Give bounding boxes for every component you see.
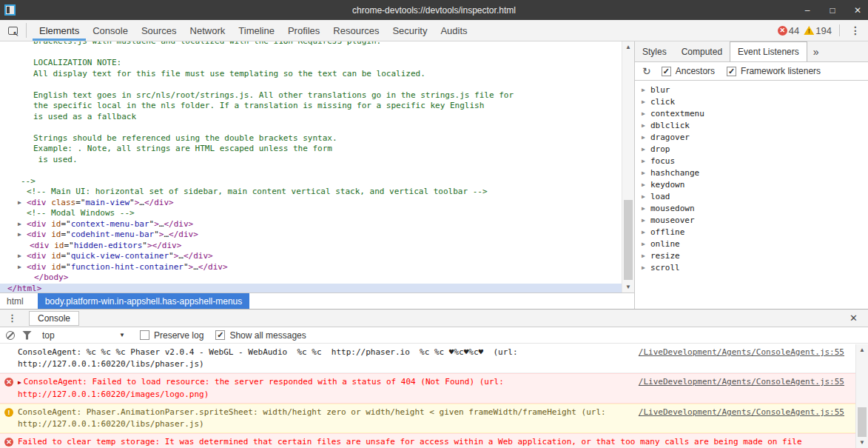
event-listener-scroll[interactable]: ▶scroll <box>635 262 868 274</box>
preserve-log-checkbox[interactable] <box>140 330 149 340</box>
ancestors-checkbox[interactable] <box>662 67 671 76</box>
tab-resources[interactable]: Resources <box>326 20 386 41</box>
breadcrumb-item-html[interactable]: html <box>0 293 30 309</box>
execution-context-select[interactable]: top ▼ <box>42 330 125 341</box>
console-message-error[interactable]: ✕▶ConsoleAgent: Failed to load resource:… <box>0 373 868 404</box>
expand-arrow-icon[interactable]: ▶ <box>642 144 650 156</box>
expand-arrow-icon[interactable]: ▶ <box>642 96 650 108</box>
event-listener-resize[interactable]: ▶resize <box>635 250 868 262</box>
drawer-menu-button[interactable]: ⋮ <box>0 312 24 324</box>
tab-network[interactable]: Network <box>184 20 232 41</box>
dom-tree-line[interactable]: ▶<div class="main-view">…</div> <box>0 198 622 209</box>
event-listener-click[interactable]: ▶click <box>635 96 868 108</box>
scroll-up-icon[interactable]: ▲ <box>622 41 634 53</box>
tab-sources[interactable]: Sources <box>135 20 184 41</box>
expand-arrow-icon[interactable]: ▶ <box>18 379 21 386</box>
event-listener-focus[interactable]: ▶focus <box>635 156 868 167</box>
error-count-badge[interactable]: ✕ 44 <box>778 25 799 36</box>
scroll-down-icon[interactable]: ▼ <box>622 281 634 292</box>
preserve-log-label[interactable]: Preserve log <box>154 330 203 341</box>
dom-tree-line[interactable]: </html> <box>0 284 622 293</box>
close-button[interactable]: ✕ <box>853 5 862 16</box>
console-source-link[interactable]: /LiveDevelopment/Agents/ConsoleAgent.js:… <box>639 347 844 358</box>
dom-tree-line[interactable]: the specific local in the nls folder. If… <box>0 101 622 112</box>
inspect-element-button[interactable] <box>0 23 27 38</box>
scrollbar-thumb[interactable] <box>858 407 867 437</box>
sidebar-tab-styles[interactable]: Styles <box>635 41 674 61</box>
drawer-close-icon[interactable]: ✕ <box>850 312 858 324</box>
dom-tree-line[interactable]: <div id="hidden-editors"></div> <box>0 241 622 252</box>
expand-arrow-icon[interactable]: ▶ <box>642 238 650 250</box>
expand-arrow-icon[interactable]: ▶ <box>642 132 650 144</box>
scroll-up-icon[interactable]: ▲ <box>856 344 868 355</box>
scrollbar-thumb[interactable] <box>624 200 633 280</box>
event-listener-keydown[interactable]: ▶keydown <box>635 179 868 191</box>
dom-tree-line[interactable]: Strings should be referenced using the d… <box>0 133 622 144</box>
devtools-menu-button[interactable]: ⋮ <box>847 24 864 36</box>
minimize-button[interactable]: – <box>803 5 812 16</box>
drawer-tab-console[interactable]: Console <box>29 311 79 326</box>
expand-arrow-icon[interactable]: ▶ <box>18 219 27 230</box>
console-message-log[interactable]: ConsoleAgent: %c %c %c Phaser v2.0.4 - W… <box>0 344 868 373</box>
dom-tree-line[interactable]: All display text for this file must use … <box>0 69 622 80</box>
expand-arrow-icon[interactable]: ▶ <box>18 198 27 209</box>
console-message-error[interactable]: ✕Failed to clear temp storage: It was de… <box>0 433 868 448</box>
dom-tree-line[interactable]: ▶<div id="quick-view-container">…</div> <box>0 251 622 262</box>
console-source-link[interactable]: /LiveDevelopment/Agents/ConsoleAgent.js:… <box>639 376 844 388</box>
filter-icon[interactable] <box>22 331 32 340</box>
dom-tree-line[interactable]: is used as a fallback <box>0 112 622 123</box>
refresh-icon[interactable]: ↻ <box>642 65 651 77</box>
expand-arrow-icon[interactable]: ▶ <box>642 179 650 191</box>
event-listener-dragover[interactable]: ▶dragover <box>635 132 868 144</box>
tab-timeline[interactable]: Timeline <box>232 20 281 41</box>
framework-listeners-label[interactable]: Framework listeners <box>741 66 821 76</box>
tab-console[interactable]: Console <box>86 20 135 41</box>
tab-profiles[interactable]: Profiles <box>281 20 326 41</box>
dom-tree-line[interactable]: --> <box>0 176 622 187</box>
event-listener-hashchange[interactable]: ▶hashchange <box>635 167 868 179</box>
expand-arrow-icon[interactable]: ▶ <box>642 84 650 96</box>
event-listener-online[interactable]: ▶online <box>635 238 868 250</box>
clear-console-icon[interactable] <box>6 331 15 340</box>
dom-tree-line[interactable]: is used. <box>0 155 622 166</box>
expand-arrow-icon[interactable]: ▶ <box>642 250 650 262</box>
dom-tree-line[interactable]: Example: . Note, all strings are HTML es… <box>0 144 622 155</box>
dom-tree-line[interactable]: LOCALIZATION NOTE: <box>0 58 622 69</box>
dom-tree-line[interactable]: ▶<div id="context-menu-bar">…</div> <box>0 219 622 230</box>
event-listener-dblclick[interactable]: ▶dblclick <box>635 120 868 132</box>
scroll-down-icon[interactable]: ▼ <box>856 437 868 448</box>
warning-count-badge[interactable]: ! 194 <box>804 25 832 36</box>
ancestors-label[interactable]: Ancestors <box>676 66 715 76</box>
event-listener-blur[interactable]: ▶blur <box>635 84 868 96</box>
dom-tree-line[interactable]: brackets.js with mustache and localized … <box>0 41 622 47</box>
show-all-messages-label[interactable]: Show all messages <box>229 330 306 341</box>
expand-arrow-icon[interactable]: ▶ <box>642 167 650 179</box>
tab-elements[interactable]: Elements <box>33 20 86 41</box>
expand-arrow-icon[interactable]: ▶ <box>642 215 650 227</box>
dom-tree-line[interactable]: </body> <box>0 273 622 284</box>
event-listener-load[interactable]: ▶load <box>635 191 868 203</box>
framework-listeners-checkbox[interactable] <box>727 67 736 76</box>
expand-arrow-icon[interactable]: ▶ <box>642 120 650 132</box>
expand-arrow-icon[interactable]: ▶ <box>642 156 650 167</box>
expand-arrow-icon[interactable]: ▶ <box>642 262 650 274</box>
event-listener-drop[interactable]: ▶drop <box>635 144 868 156</box>
console-source-link[interactable]: /LiveDevelopment/Agents/ConsoleAgent.js:… <box>639 407 844 418</box>
sidebar-tab-event-listeners[interactable]: Event Listeners <box>730 41 807 61</box>
dom-tree-line[interactable]: ▶<div id="function-hint-container">…</di… <box>0 262 622 273</box>
elements-scrollbar[interactable]: ▲ ▼ <box>622 41 634 292</box>
dom-tree-line[interactable]: ▶<div id="codehint-menu-bar">…</div> <box>0 230 622 241</box>
event-listener-mouseover[interactable]: ▶mouseover <box>635 215 868 227</box>
expand-arrow-icon[interactable]: ▶ <box>18 251 27 262</box>
tab-audits[interactable]: Audits <box>434 20 474 41</box>
expand-arrow-icon[interactable]: ▶ <box>18 262 27 273</box>
breadcrumb-item-body-selected[interactable]: body.platform-win.in-appshell.has-appshe… <box>38 293 250 309</box>
maximize-button[interactable]: □ <box>828 5 837 16</box>
expand-arrow-icon[interactable]: ▶ <box>642 227 650 238</box>
expand-arrow-icon[interactable]: ▶ <box>642 108 650 120</box>
sidebar-tab-computed[interactable]: Computed <box>674 41 730 61</box>
event-listener-offline[interactable]: ▶offline <box>635 227 868 238</box>
dom-tree-line[interactable]: <!-- Modal Windows --> <box>0 208 622 219</box>
console-message-warning[interactable]: !ConsoleAgent: Phaser.AnimationParser.sp… <box>0 404 868 433</box>
tab-security[interactable]: Security <box>386 20 434 41</box>
